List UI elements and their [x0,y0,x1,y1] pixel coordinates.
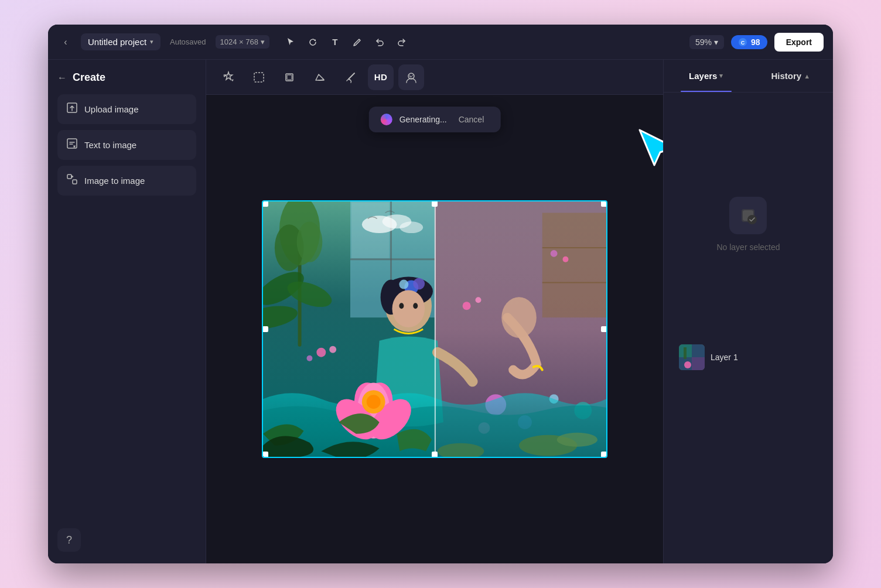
handle-left-mid[interactable] [262,326,268,332]
handle-top-left[interactable] [262,201,268,207]
app-window: ‹ Untitled project ▾ Autosaved 1024 × 76… [48,25,833,563]
autosaved-label: Autosaved [170,37,206,46]
layer-item-1[interactable]: Layer 1 [673,340,824,375]
project-name-chevron: ▾ [150,38,153,46]
select-tool-button[interactable] [281,33,300,52]
svg-point-10 [409,75,411,76]
ai-generate-button[interactable] [216,64,241,90]
sidebar-create-label: Create [73,71,105,84]
image-canvas[interactable] [262,200,607,458]
cursor-arrow [634,124,663,173]
project-name-label: Untitled project [88,37,146,47]
svg-point-58 [306,355,312,361]
svg-point-55 [367,395,381,409]
history-chevron: ▲ [804,73,810,80]
svg-point-41 [399,280,408,289]
no-layer-container: No layer selected [716,197,780,252]
canvas-viewport[interactable]: Generating... Cancel [206,95,663,563]
redo-button[interactable] [392,33,411,52]
text-to-image-icon [67,138,77,152]
text-to-image-label: Text to image [84,140,136,150]
layers-chevron: ▾ [719,72,723,80]
cancel-button[interactable]: Cancel [454,112,489,127]
svg-point-56 [316,348,326,357]
export-button[interactable]: Export [774,33,824,52]
tab-history-label: History [771,71,801,81]
hd-label: HD [374,72,388,82]
undo-button[interactable] [370,33,389,52]
dimensions-selector[interactable]: 1024 × 768 ▾ [216,35,269,49]
toolbar: HD [206,60,663,95]
svg-point-57 [329,346,336,353]
svg-rect-4 [67,175,71,179]
svg-rect-28 [542,213,606,317]
layer-1-thumbnail [679,344,705,370]
svg-rect-70 [692,357,705,370]
layers-list: Layer 1 [664,333,833,563]
layer-1-name: Layer 1 [711,353,738,362]
svg-point-71 [684,361,691,368]
rotate-tool-button[interactable] [303,33,322,52]
sidebar-item-image-to-image[interactable]: Image to image [57,166,196,196]
canvas-area: HD Generating.. [206,60,663,563]
svg-marker-64 [640,130,663,165]
right-sidebar-tabs: Layers ▾ History ▲ [664,60,833,93]
upload-image-icon [67,102,77,116]
handle-bottom-left[interactable] [262,452,268,457]
brush-icon [344,71,357,84]
zoom-control[interactable]: 59% ▾ [689,35,724,49]
left-sidebar: ← Create Upload image [48,60,206,563]
erase-icon [313,71,326,84]
svg-point-11 [412,75,414,76]
selection-icon [252,71,265,84]
back-button[interactable]: ‹ [57,34,74,50]
no-layer-icon-bg [729,197,767,234]
erase-button[interactable] [307,64,333,90]
brush-button[interactable] [337,64,363,90]
svg-text:C: C [741,40,745,46]
help-button[interactable]: ? [57,528,81,552]
sidebar-item-upload[interactable]: Upload image [57,94,196,124]
generating-text: Generating... [399,115,447,124]
hd-button[interactable]: HD [368,64,394,90]
svg-point-43 [399,303,404,309]
credits-icon: C [738,37,747,47]
svg-point-42 [392,290,425,327]
tab-history[interactable]: History ▲ [749,60,834,92]
sidebar-header: ← Create [57,71,196,84]
help-icon: ? [66,534,72,546]
handle-right-mid[interactable] [601,326,607,332]
image-to-image-icon [67,174,77,187]
tab-layers[interactable]: Layers ▾ [664,60,749,92]
header: ‹ Untitled project ▾ Autosaved 1024 × 76… [48,25,833,60]
svg-point-47 [557,433,598,447]
upload-image-label: Upload image [84,104,139,114]
selection-button[interactable] [246,64,272,90]
handle-top-right[interactable] [601,201,607,207]
handle-top-mid[interactable] [432,201,438,207]
svg-point-24 [297,221,323,262]
svg-point-45 [501,297,537,338]
dimensions-value: 1024 × 768 [220,37,258,46]
no-layer-icon-wrapper [729,197,767,234]
crop-button[interactable] [276,64,302,90]
svg-point-44 [413,303,418,309]
sidebar-item-text-to-image[interactable]: Text to image [57,130,196,160]
svg-point-40 [413,278,425,290]
layer-1-thumb-image [679,344,705,370]
project-name-button[interactable]: Untitled project ▾ [81,33,161,50]
handle-bottom-mid[interactable] [432,452,438,457]
pen-tool-button[interactable] [348,33,367,52]
main-layout: ← Create Upload image [48,60,833,563]
credits-value: 98 [751,37,760,47]
handle-bottom-right[interactable] [601,452,607,457]
text-tool-button[interactable]: T [326,33,344,52]
dimensions-chevron: ▾ [261,37,265,46]
svg-rect-6 [254,73,264,82]
layers-icon [738,206,758,225]
face-enhance-button[interactable] [398,64,424,90]
crop-icon [283,71,296,84]
svg-rect-5 [73,180,77,184]
no-layer-text: No layer selected [716,242,780,252]
sparkle-icon [222,71,235,84]
